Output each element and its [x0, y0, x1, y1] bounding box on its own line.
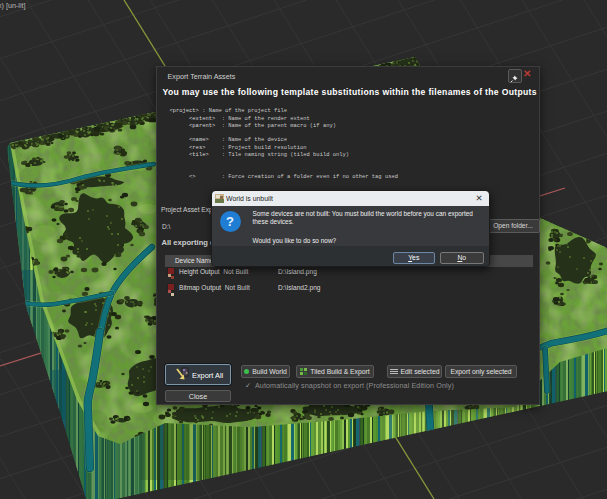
svg-text:x) [un-lit]: x) [un-lit] [0, 1, 26, 10]
